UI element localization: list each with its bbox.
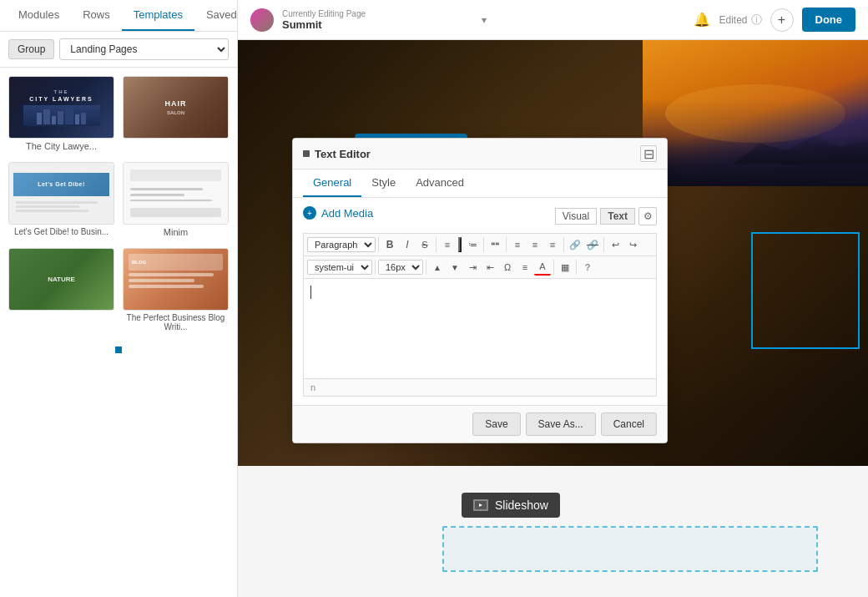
tb-sep10 [553, 260, 554, 275]
blue-outline-box [751, 232, 860, 349]
save-as-button[interactable]: Save As... [526, 412, 596, 436]
modal-tab-advanced[interactable]: Advanced [406, 169, 474, 197]
sidebar-tab-templates[interactable]: Templates [122, 0, 194, 31]
tb-sep11 [576, 260, 577, 275]
modal-footer: Save Save As... Cancel [293, 405, 667, 443]
done-button[interactable]: Done [802, 8, 856, 32]
dashed-blue-box[interactable] [442, 526, 818, 572]
superscript-button[interactable]: ▲ [429, 259, 446, 276]
tb-sep6 [563, 237, 564, 252]
template-thumb-minim [123, 162, 229, 225]
template-thumb-city-lawyers: THE CITY LAWYERS [8, 76, 114, 139]
page-info: Currently Editing Page Summit [282, 9, 473, 31]
help-button[interactable]: ? [579, 259, 596, 276]
dashed-box-fill [444, 528, 816, 570]
modal-tab-general[interactable]: General [303, 169, 361, 197]
modal-body: + Add Media Visual Text ⚙ Paragraph B I … [293, 198, 667, 405]
font-family-select[interactable]: system-ui [307, 260, 372, 275]
undo-button[interactable]: ↩ [607, 236, 623, 253]
template-item-city-lawyers[interactable]: THE CITY LAWYERS The City Lawye... [8, 76, 114, 154]
sidebar: Modules Rows Templates Saved Group Landi… [0, 0, 238, 597]
toolbar-row2: system-ui 16px ▲ ▼ ⇥ ⇤ Ω ≡ A ▦ ? [303, 255, 657, 279]
top-bar: Currently Editing Page Summit ▾ 🔔 Edited… [238, 0, 868, 40]
tb-sep9 [426, 260, 426, 275]
notification-icon[interactable]: 🔔 [694, 12, 710, 28]
strikethrough-button[interactable]: S [416, 236, 433, 253]
blockquote-button[interactable]: ❝❝ [487, 236, 503, 253]
bold-button[interactable]: B [381, 236, 398, 253]
tb-sep5 [506, 237, 507, 252]
template-item-nature[interactable]: NATURE [8, 248, 114, 334]
tb-sep1 [378, 237, 379, 252]
align-center-button[interactable]: ≡ [527, 236, 543, 253]
template-label-business: Let's Get Dibe! to Busin... [8, 225, 114, 239]
group-filter-button[interactable]: Group [8, 39, 54, 59]
slideshow-icon [473, 499, 488, 511]
city-lawyers-title: CITY LAWYERS [29, 96, 93, 102]
outdent-button[interactable]: ⇤ [482, 259, 498, 276]
template-label-minim: Minim [123, 225, 229, 240]
template-label-city-lawyers: The City Lawye... [8, 139, 114, 154]
sidebar-tab-rows[interactable]: Rows [71, 0, 122, 31]
tb-sep8 [375, 260, 376, 275]
template-item-business[interactable]: Let's Get Dibe! Let's Get Dibe! to Busin… [8, 162, 114, 240]
table-button[interactable]: ▦ [557, 259, 573, 276]
page-avatar [250, 8, 274, 32]
font-size-select[interactable]: 16px [378, 260, 423, 275]
sunset-image [643, 40, 868, 186]
modal-title-icon [303, 150, 310, 157]
add-button[interactable]: + [770, 8, 794, 32]
tb-sep2 [436, 237, 437, 252]
save-button[interactable]: Save [472, 412, 520, 436]
font-color-button[interactable]: A [534, 259, 551, 276]
template-item-minim[interactable]: Minim [123, 162, 229, 240]
unlink-button[interactable]: 🔗 [584, 236, 601, 253]
template-thumb-hair: HAIR SALON [123, 76, 229, 139]
template-category-select[interactable]: Landing Pages [59, 38, 229, 60]
tb-sep7 [603, 237, 604, 252]
page-chevron-icon[interactable]: ▾ [482, 14, 487, 26]
subscript-button[interactable]: ▼ [447, 259, 463, 276]
indent-button[interactable]: ⇥ [464, 259, 481, 276]
sidebar-filter: Group Landing Pages [0, 32, 237, 68]
link-button[interactable]: 🔗 [567, 236, 583, 253]
text-editor-modal: Text Editor ⊟ General Style Advanced + A… [292, 138, 668, 443]
template-item-blog[interactable]: BLOG The Perfect Business Blog Writi... [123, 248, 229, 334]
align-left-button[interactable]: ≡ [509, 236, 526, 253]
tb-sep3 [458, 237, 462, 252]
template-label-blog: The Perfect Business Blog Writi... [123, 311, 229, 334]
sidebar-tabs: Modules Rows Templates Saved [0, 0, 237, 32]
template-label-nature [8, 311, 114, 316]
template-grid: THE CITY LAWYERS The City Lawye... [0, 68, 237, 342]
align-right-button[interactable]: ≡ [544, 236, 561, 253]
redo-button[interactable]: ↪ [624, 236, 641, 253]
visual-button[interactable]: Visual [555, 208, 597, 225]
template-thumb-nature: NATURE [8, 248, 114, 311]
template-thumb-blog: BLOG [123, 248, 229, 311]
page-name-label: Summit [282, 18, 473, 31]
paragraph-select[interactable]: Paragraph [307, 237, 376, 252]
tb-sep4 [483, 237, 484, 252]
text-button[interactable]: Text [600, 208, 635, 225]
currently-editing-label: Currently Editing Page [282, 9, 473, 18]
template-thumb-business: Let's Get Dibe! [8, 162, 114, 225]
add-media-button[interactable]: + Add Media [303, 206, 373, 220]
modal-tabs: General Style Advanced [293, 169, 667, 198]
editor-cursor [310, 286, 311, 299]
special-chars-button[interactable]: Ω [499, 259, 516, 276]
slideshow-label: Slideshow [495, 498, 548, 512]
modal-close-button[interactable]: ⊟ [640, 145, 657, 162]
italic-button[interactable]: I [399, 236, 416, 253]
cancel-button[interactable]: Cancel [601, 412, 657, 436]
ul-button[interactable]: ≡ [439, 236, 456, 253]
modal-header: Text Editor ⊟ [293, 139, 667, 169]
editor-content-area[interactable] [303, 279, 657, 379]
editor-settings-icon[interactable]: ⚙ [638, 207, 657, 225]
template-item-hair[interactable]: HAIR SALON [123, 76, 229, 154]
ol-button[interactable]: ≔ [464, 236, 481, 253]
toolbar-row1: Paragraph B I S ≡ ≔ ❝❝ ≡ ≡ ≡ 🔗 🔗 ↩ ↪ [303, 233, 657, 256]
sidebar-tab-modules[interactable]: Modules [7, 0, 71, 31]
edited-status: Edited ⓘ [719, 13, 761, 28]
modal-tab-style[interactable]: Style [361, 169, 406, 197]
list-indent-button[interactable]: ≡ [517, 259, 533, 276]
